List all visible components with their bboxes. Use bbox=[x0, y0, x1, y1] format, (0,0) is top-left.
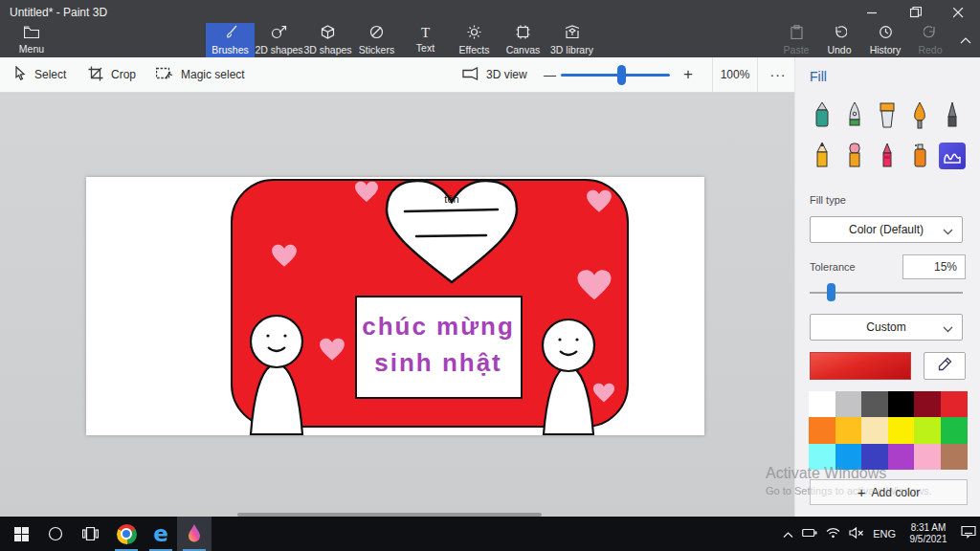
palette-swatch[interactable] bbox=[914, 417, 941, 443]
palette-swatch[interactable] bbox=[941, 417, 968, 443]
current-color-swatch[interactable] bbox=[810, 352, 911, 380]
color-palette bbox=[809, 391, 968, 470]
palette-swatch[interactable] bbox=[809, 391, 835, 417]
edge-taskbar-button[interactable]: e bbox=[144, 517, 178, 551]
crayon-tool[interactable] bbox=[873, 140, 902, 172]
magic-select-button[interactable]: Magic select bbox=[156, 57, 245, 92]
palette-swatch[interactable] bbox=[835, 417, 862, 443]
volume-muted-icon[interactable] bbox=[849, 525, 864, 542]
more-options-button[interactable]: ··· bbox=[762, 57, 794, 92]
chrome-taskbar-button[interactable] bbox=[109, 517, 144, 551]
workspace: tên chúc mừng sinh nhật bbox=[0, 93, 794, 517]
ribbon: Menu Brushes 2D shapes 3D shapes Stick bbox=[0, 23, 980, 57]
palette-swatch[interactable] bbox=[835, 391, 862, 417]
menu-button[interactable]: Menu bbox=[10, 23, 54, 57]
select-button[interactable]: Select bbox=[13, 57, 66, 92]
chevron-down-icon bbox=[943, 322, 953, 336]
language-indicator[interactable]: ENG bbox=[873, 528, 896, 540]
titlebar: Untitled* - Paint 3D Menu Brushes 2D sha… bbox=[0, 0, 980, 57]
zoom-slider-thumb[interactable] bbox=[617, 65, 626, 85]
name-label: tên bbox=[444, 193, 458, 205]
name-line-2 bbox=[416, 235, 486, 236]
add-color-button[interactable]: + Add color bbox=[810, 479, 968, 505]
collapse-ribbon-button[interactable] bbox=[955, 29, 976, 52]
palette-swatch[interactable] bbox=[809, 444, 835, 470]
zoom-level-value[interactable]: 100% bbox=[712, 57, 758, 92]
spray-can-tool[interactable] bbox=[905, 140, 934, 172]
start-button[interactable] bbox=[4, 517, 38, 551]
palette-swatch[interactable] bbox=[914, 391, 941, 417]
eraser-tool[interactable] bbox=[840, 140, 869, 172]
calligraphy-pen-tool[interactable] bbox=[840, 99, 869, 132]
oil-brush-tool[interactable] bbox=[905, 99, 934, 132]
tab-brushes[interactable]: Brushes bbox=[206, 23, 255, 57]
windows-logo-icon bbox=[14, 527, 29, 541]
marker-tool[interactable] bbox=[808, 99, 836, 132]
eyedropper-button[interactable] bbox=[924, 352, 966, 380]
crop-icon bbox=[88, 66, 103, 84]
palette-swatch[interactable] bbox=[835, 444, 862, 470]
canvas-frame-icon bbox=[516, 25, 530, 41]
tab-text[interactable]: T Text bbox=[401, 23, 450, 57]
zoom-out-button[interactable]: — bbox=[544, 57, 556, 92]
palette-swatch[interactable] bbox=[888, 391, 915, 417]
palette-swatch[interactable] bbox=[861, 444, 888, 470]
battery-icon[interactable] bbox=[802, 525, 817, 542]
undo-button[interactable]: Undo bbox=[817, 23, 861, 57]
hidden-icons-chevron[interactable] bbox=[783, 525, 793, 542]
tolerance-value-input[interactable]: 15% bbox=[902, 254, 966, 279]
palette-swatch[interactable] bbox=[914, 444, 941, 470]
panel-title: Fill bbox=[810, 69, 827, 84]
history-button[interactable]: History bbox=[861, 23, 909, 57]
color-picker-dropdown[interactable]: Custom bbox=[810, 314, 963, 341]
2d-shapes-icon bbox=[271, 25, 287, 41]
palette-swatch[interactable] bbox=[861, 417, 888, 443]
wifi-icon[interactable] bbox=[826, 525, 840, 542]
pixel-pen-tool[interactable] bbox=[938, 99, 967, 132]
folder-icon bbox=[24, 26, 39, 40]
close-button[interactable] bbox=[937, 0, 980, 25]
tab-stickers[interactable]: Stickers bbox=[352, 23, 401, 57]
tab-3d-shapes[interactable]: 3D shapes bbox=[303, 23, 352, 57]
chrome-icon bbox=[117, 524, 137, 544]
task-view-button[interactable] bbox=[75, 517, 105, 551]
fill-type-dropdown[interactable]: Color (Default) bbox=[810, 216, 963, 243]
drawing-canvas[interactable]: tên chúc mừng sinh nhật bbox=[86, 177, 704, 435]
action-center-icon[interactable] bbox=[961, 525, 976, 542]
palette-swatch[interactable] bbox=[888, 444, 915, 470]
tolerance-slider-thumb[interactable] bbox=[827, 283, 835, 301]
3d-view-button[interactable]: 3D view bbox=[462, 57, 527, 92]
paint3d-window: Untitled* - Paint 3D Menu Brushes 2D sha… bbox=[0, 0, 980, 551]
tab-effects[interactable]: Effects bbox=[450, 23, 499, 57]
clock[interactable]: 8:31 AM 9/5/2021 bbox=[904, 522, 952, 546]
palette-swatch[interactable] bbox=[861, 391, 888, 417]
palette-swatch[interactable] bbox=[941, 444, 968, 470]
fill-panel: Fill Fill type Color (Default) Tolerance… bbox=[794, 57, 980, 517]
redo-icon bbox=[924, 25, 938, 41]
palette-swatch[interactable] bbox=[941, 391, 968, 417]
birthday-card-artwork: tên chúc mừng sinh nhật bbox=[86, 177, 704, 435]
zoom-slider-track[interactable] bbox=[561, 74, 670, 77]
fill-bucket-tool-selected[interactable] bbox=[938, 140, 967, 172]
tab-3d-library[interactable]: 3D library bbox=[547, 23, 596, 57]
brush-icon bbox=[223, 25, 238, 41]
search-button[interactable] bbox=[40, 517, 71, 551]
palette-swatch[interactable] bbox=[888, 417, 915, 443]
chevron-down-icon bbox=[943, 225, 953, 238]
paint-brush-tool[interactable] bbox=[873, 99, 902, 132]
task-view-icon bbox=[82, 527, 99, 540]
undo-icon bbox=[833, 25, 847, 41]
text-icon: T bbox=[421, 27, 430, 39]
taskbar: e ENG 8:31 AM 9/5/2021 bbox=[0, 517, 980, 551]
window-controls bbox=[851, 0, 980, 25]
paint3d-taskbar-button[interactable] bbox=[177, 517, 212, 551]
palette-swatch[interactable] bbox=[809, 417, 835, 443]
minimize-button[interactable] bbox=[851, 0, 894, 25]
restore-button[interactable] bbox=[894, 0, 937, 25]
sticker-icon bbox=[369, 25, 384, 41]
zoom-in-button[interactable]: + bbox=[683, 57, 693, 92]
tab-2d-shapes[interactable]: 2D shapes bbox=[255, 23, 303, 57]
tab-canvas[interactable]: Canvas bbox=[499, 23, 547, 57]
pencil-tool[interactable] bbox=[808, 140, 836, 172]
crop-button[interactable]: Crop bbox=[88, 57, 136, 92]
